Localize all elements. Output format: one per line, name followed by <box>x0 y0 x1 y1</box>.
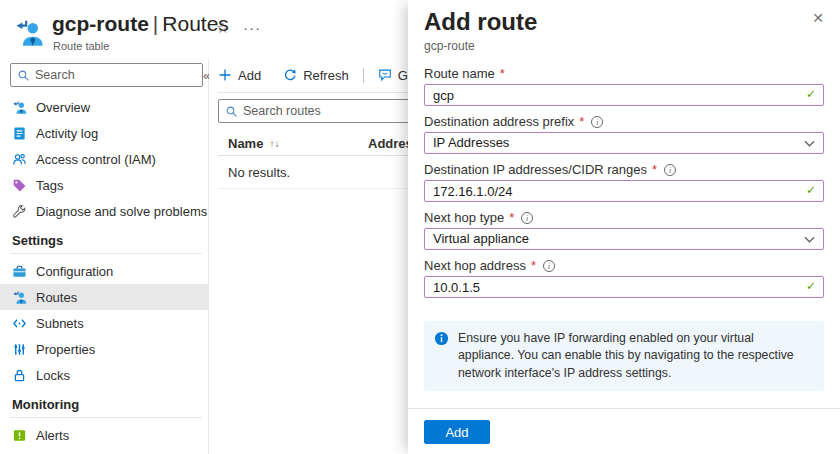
sidebar-section-monitoring: Monitoring <box>0 388 208 417</box>
route-name-input[interactable] <box>424 84 824 106</box>
sidebar-item-overview[interactable]: Overview <box>0 94 208 120</box>
sidebar-item-activity-log[interactable]: Activity log <box>0 120 208 146</box>
info-icon <box>434 331 449 346</box>
sidebar-searchbox[interactable] <box>10 63 203 87</box>
valid-check-icon: ✓ <box>806 183 816 197</box>
valid-check-icon: ✓ <box>806 87 816 101</box>
sidebar-item-alerts[interactable]: Alerts <box>0 422 208 448</box>
required-asterisk: * <box>579 114 584 129</box>
properties-icon <box>12 342 27 357</box>
sidebar-item-subnets[interactable]: Subnets <box>0 310 208 336</box>
destination-prefix-select[interactable]: IP Addresses <box>424 132 824 154</box>
add-route-form: Route name * ✓ Destination address prefi… <box>424 66 824 391</box>
page-header: gcp-route|Routes ☆ ··· Route table <box>0 0 408 60</box>
tags-icon <box>12 178 27 193</box>
sidebar-nav: Overview Activity log Access control (IA… <box>0 94 208 454</box>
column-header-name[interactable]: Name ↑↓ <box>218 136 368 151</box>
favorite-star-icon[interactable]: ☆ <box>216 18 229 38</box>
next-hop-type-select[interactable]: Virtual appliance <box>424 228 824 250</box>
sidebar-search-input[interactable] <box>35 68 196 82</box>
routes-icon <box>12 290 27 305</box>
info-banner-text: Ensure you have IP forwarding enabled on… <box>458 330 812 382</box>
field-next-hop-address: Next hop address * i ✓ <box>424 258 824 298</box>
refresh-button[interactable]: Refresh <box>283 68 349 83</box>
divider <box>10 253 202 254</box>
access-control-icon <box>12 152 27 167</box>
required-asterisk: * <box>509 210 514 225</box>
overview-icon <box>12 100 27 115</box>
page-title: gcp-route|Routes <box>52 11 229 37</box>
info-tooltip-icon[interactable]: i <box>591 116 603 128</box>
resource-name: gcp-route <box>52 12 149 35</box>
chevron-down-icon <box>804 140 815 147</box>
info-tooltip-icon[interactable]: i <box>521 212 533 224</box>
search-icon <box>17 69 30 82</box>
destination-cidr-label: Destination IP addresses/CIDR ranges <box>424 162 647 177</box>
field-next-hop-type: Next hop type * i Virtual appliance <box>424 210 824 250</box>
field-destination-cidr: Destination IP addresses/CIDR ranges * i… <box>424 162 824 202</box>
feedback-icon <box>378 68 392 82</box>
info-tooltip-icon[interactable]: i <box>664 164 676 176</box>
sidebar-item-locks[interactable]: Locks <box>0 362 208 388</box>
more-menu-icon[interactable]: ··· <box>243 18 261 38</box>
lock-icon <box>12 368 27 383</box>
sidebar-item-properties[interactable]: Properties <box>0 336 208 362</box>
required-asterisk: * <box>500 66 505 81</box>
sidebar-section-automation: Automation <box>0 448 208 454</box>
sidebar-item-tags[interactable]: Tags <box>0 172 208 198</box>
title-separator: | <box>149 12 162 35</box>
destination-prefix-label: Destination address prefix <box>424 114 574 129</box>
sidebar-item-diagnose[interactable]: Diagnose and solve problems <box>0 198 208 224</box>
close-icon[interactable]: ✕ <box>812 10 824 26</box>
search-icon <box>225 105 238 118</box>
alerts-icon <box>12 428 27 443</box>
required-asterisk: * <box>652 162 657 177</box>
sidebar-item-configuration[interactable]: Configuration <box>0 258 208 284</box>
ip-forwarding-info-banner: Ensure you have IP forwarding enabled on… <box>424 321 824 391</box>
panel-title: Add route <box>424 8 824 36</box>
next-hop-type-label: Next hop type <box>424 210 504 225</box>
sidebar-section-settings: Settings <box>0 224 208 253</box>
route-name-label: Route name <box>424 66 495 81</box>
chevron-down-icon <box>804 236 815 243</box>
add-route-panel: Add route gcp-route ✕ Route name * ✓ Des… <box>408 0 840 454</box>
add-submit-button[interactable]: Add <box>424 420 490 444</box>
required-asterisk: * <box>531 258 536 273</box>
panel-footer: Add <box>408 408 840 454</box>
panel-subtitle: gcp-route <box>424 39 824 53</box>
destination-cidr-input[interactable] <box>424 180 824 202</box>
route-table-icon <box>14 18 44 48</box>
toolbar-separator <box>363 68 364 83</box>
add-route-button[interactable]: Add <box>218 68 261 83</box>
subnets-icon <box>12 316 27 331</box>
plus-icon <box>218 68 232 82</box>
sidebar-item-routes[interactable]: Routes <box>0 284 208 310</box>
refresh-icon <box>283 68 297 82</box>
activity-log-icon <box>12 126 27 141</box>
field-route-name: Route name * ✓ <box>424 66 824 106</box>
azure-portal-route-table-page: gcp-route|Routes ☆ ··· Route table « Ove… <box>0 0 840 454</box>
resource-type-label: Route table <box>53 40 109 52</box>
sort-icon: ↑↓ <box>269 138 279 149</box>
field-destination-prefix: Destination address prefix * i IP Addres… <box>424 114 824 154</box>
next-hop-address-input[interactable] <box>424 276 824 298</box>
configuration-icon <box>12 264 27 279</box>
diagnose-icon <box>12 204 27 219</box>
sidebar-item-access-control[interactable]: Access control (IAM) <box>0 146 208 172</box>
next-hop-address-label: Next hop address <box>424 258 526 273</box>
valid-check-icon: ✓ <box>806 279 816 293</box>
resource-menu-sidebar: « Overview Activity log Access control (… <box>0 60 209 454</box>
info-tooltip-icon[interactable]: i <box>543 260 555 272</box>
divider <box>10 417 202 418</box>
